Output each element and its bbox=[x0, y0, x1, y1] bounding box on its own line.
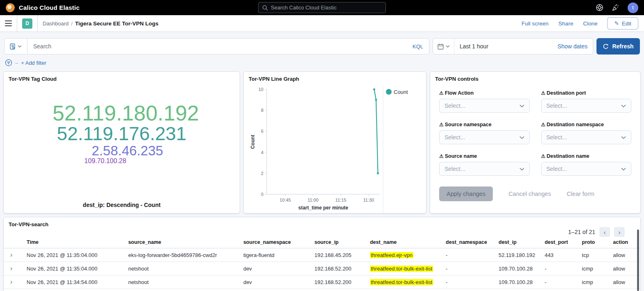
svg-text:4: 4 bbox=[261, 150, 263, 155]
column-header-dest_port: dest_port bbox=[538, 239, 575, 245]
chevron-down-icon bbox=[18, 45, 22, 48]
chevron-down-icon bbox=[519, 168, 524, 171]
search-table-title: Tor-VPN-search bbox=[4, 221, 640, 227]
cell-action: allow bbox=[606, 279, 640, 285]
control-field-label: ⚠Flow Action bbox=[439, 90, 530, 96]
warning-icon: ⚠ bbox=[541, 90, 546, 96]
pencil-icon: ✎ bbox=[614, 20, 619, 27]
add-filter-button[interactable]: + Add filter bbox=[21, 60, 46, 66]
column-header-Time: Time bbox=[20, 239, 122, 245]
cell-Time: Nov 26, 2021 @ 11:34:54.000 bbox=[20, 279, 122, 285]
control-field: ⚠Flow ActionSelect... bbox=[439, 90, 530, 113]
clone-button[interactable]: Clone bbox=[583, 20, 597, 27]
tag-cloud-tag[interactable]: 52.119.176.231 bbox=[4, 124, 240, 144]
control-select[interactable]: Select... bbox=[541, 162, 632, 176]
help-icon[interactable] bbox=[596, 4, 603, 11]
table-scrollbar[interactable] bbox=[637, 230, 639, 291]
calendar-menu-button[interactable] bbox=[433, 39, 454, 54]
tag-cloud-items: 52.119.180.19252.119.176.2312.58.46.2351… bbox=[4, 102, 240, 165]
table-row: ›Nov 26, 2021 @ 11:35:04.000netshootdev1… bbox=[4, 262, 640, 275]
cell-proto: tcp bbox=[575, 252, 606, 258]
filter-bar: – + Add filter bbox=[5, 58, 639, 67]
chevron-down-icon bbox=[446, 45, 450, 48]
cell-source_namespace: dev bbox=[237, 266, 308, 272]
control-select[interactable]: Select... bbox=[439, 130, 530, 144]
global-search-input[interactable]: Search Calico Cloud Elastic bbox=[258, 2, 386, 13]
previous-page-button[interactable]: ‹ bbox=[599, 227, 610, 237]
cell-Time: Nov 26, 2021 @ 11:35:04.000 bbox=[20, 266, 122, 272]
search-table-panel: Tor-VPN-search 1–21 of 21 ‹ › Timesource… bbox=[3, 217, 641, 291]
table-header-row: Timesource_namesource_namespacesource_ip… bbox=[4, 236, 640, 248]
dashboard-badge[interactable]: D bbox=[22, 18, 32, 29]
tag-cloud-tag[interactable]: 109.70.100.28 bbox=[3, 158, 223, 165]
controls-panel: Tor-VPN controls ⚠Flow ActionSelect...⚠D… bbox=[430, 71, 641, 214]
svg-text:Count: Count bbox=[250, 135, 256, 149]
cell-source_namespace: tigera-fluentd bbox=[237, 252, 308, 258]
cell-dest_ip: 52.119.180.192 bbox=[492, 252, 538, 258]
column-header-dest_name: dest_name bbox=[363, 239, 439, 245]
row-expand-button[interactable]: › bbox=[4, 265, 20, 272]
cell-source_ip: 192.168.45.205 bbox=[308, 252, 363, 258]
svg-text:0: 0 bbox=[261, 192, 263, 197]
cancel-changes-button[interactable]: Cancel changes bbox=[508, 191, 551, 197]
svg-text:11:30: 11:30 bbox=[363, 198, 374, 202]
cell-proto: icmp bbox=[575, 266, 606, 272]
cell-dest_ip: 109.70.100.28 bbox=[492, 279, 538, 285]
calendar-icon bbox=[438, 43, 444, 50]
menu-icon[interactable] bbox=[5, 20, 12, 26]
warning-icon: ⚠ bbox=[439, 90, 444, 96]
cell-source_name: netshoot bbox=[122, 279, 237, 285]
clear-form-button[interactable]: Clear form bbox=[567, 191, 594, 197]
breadcrumb-dashboard[interactable]: Dashboard bbox=[43, 20, 69, 27]
cell-source_namespace: dev bbox=[237, 279, 308, 285]
cell-dest_port: - bbox=[538, 279, 575, 285]
control-select[interactable]: Select... bbox=[439, 162, 530, 176]
column-header-dest_namespace: dest_namespace bbox=[439, 239, 492, 245]
cell-action: allow bbox=[606, 252, 640, 258]
row-expand-button[interactable]: › bbox=[4, 279, 20, 285]
control-select[interactable]: Select... bbox=[541, 99, 632, 113]
cell-source_name: netshoot bbox=[122, 266, 237, 272]
news-icon[interactable] bbox=[612, 4, 619, 11]
full-screen-button[interactable]: Full screen bbox=[522, 20, 549, 27]
apply-changes-button[interactable]: Apply changes bbox=[439, 186, 493, 201]
tag-cloud-tag[interactable]: 2.58.46.235 bbox=[9, 144, 240, 158]
breadcrumb: Dashboard / Tigera Secure EE Tor-VPN Log… bbox=[38, 15, 163, 32]
tag-cloud-title: Tor-VPN Tag Cloud bbox=[9, 76, 235, 82]
calico-logo bbox=[6, 3, 15, 12]
svg-text:11:15: 11:15 bbox=[336, 198, 347, 202]
line-graph-title: Tor-VPN Line Graph bbox=[249, 76, 421, 82]
control-field: ⚠Source namespaceSelect... bbox=[439, 122, 530, 144]
control-field: ⚠Destination nameSelect... bbox=[541, 153, 632, 176]
chevron-down-icon bbox=[621, 136, 626, 139]
line-chart-svg: 024681010:4511:0011:1511:30start_time pe… bbox=[249, 84, 422, 214]
search-icon bbox=[262, 5, 268, 11]
next-page-button[interactable]: › bbox=[614, 227, 625, 237]
dashboard-navbar: D Dashboard / Tigera Secure EE Tor-VPN L… bbox=[0, 15, 644, 32]
filter-icon[interactable] bbox=[5, 59, 12, 66]
saved-query-menu-button[interactable] bbox=[5, 39, 27, 54]
warning-icon: ⚠ bbox=[541, 153, 546, 159]
filter-dash: – bbox=[15, 60, 18, 66]
tag-cloud-tag[interactable]: 52.119.180.192 bbox=[8, 102, 240, 124]
user-avatar[interactable]: t bbox=[628, 2, 638, 13]
control-select[interactable]: Select... bbox=[541, 130, 632, 144]
warning-icon: ⚠ bbox=[541, 122, 546, 127]
svg-text:start_time per minute: start_time per minute bbox=[298, 205, 348, 211]
row-expand-button[interactable]: › bbox=[4, 252, 20, 258]
dashboard-search-input[interactable]: Search bbox=[27, 39, 413, 54]
controls-title: Tor-VPN controls bbox=[435, 76, 635, 82]
kql-button[interactable]: KQL bbox=[413, 43, 429, 50]
control-select[interactable]: Select... bbox=[439, 99, 530, 113]
pagination: 1–21 of 21 ‹ › bbox=[568, 227, 625, 237]
cell-dest_name: threatfeed.tor-bulk-exit-list bbox=[363, 266, 439, 272]
share-button[interactable]: Share bbox=[558, 20, 573, 27]
control-field-label: ⚠Destination port bbox=[541, 90, 632, 96]
legend-item-count[interactable]: Count bbox=[386, 89, 408, 95]
show-dates-button[interactable]: Show dates bbox=[558, 43, 593, 50]
column-header-source_name: source_name bbox=[122, 239, 237, 245]
edit-button[interactable]: ✎ Edit bbox=[607, 17, 638, 30]
time-range-value[interactable]: Last 1 hour bbox=[454, 43, 488, 50]
refresh-button[interactable]: Refresh bbox=[596, 38, 640, 55]
svg-text:2: 2 bbox=[261, 171, 263, 176]
